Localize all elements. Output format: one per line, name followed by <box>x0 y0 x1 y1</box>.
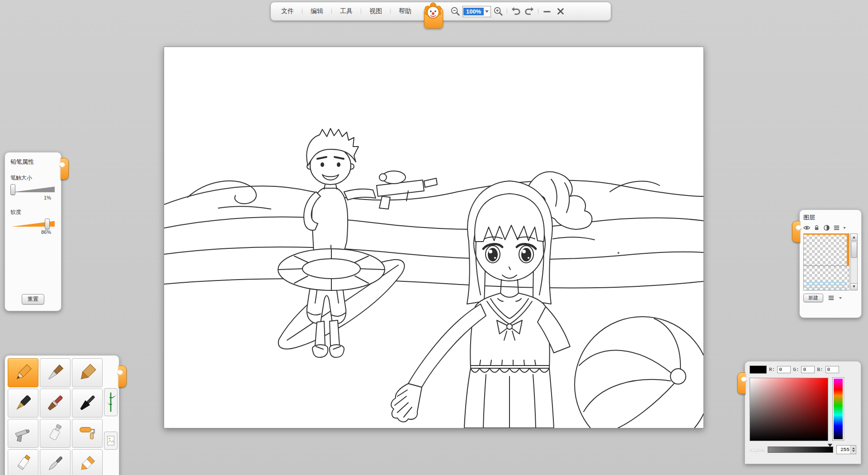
list-menu-icon[interactable] <box>828 294 835 301</box>
tool-paint-roller[interactable] <box>72 419 103 448</box>
list-menu-dropdown-arrow[interactable] <box>839 297 842 300</box>
zoom-out-button[interactable] <box>449 5 462 18</box>
beach-ball <box>575 317 703 428</box>
drawing-canvas[interactable] <box>164 47 704 428</box>
scroll-down-button[interactable] <box>850 283 858 290</box>
brush-size-track <box>11 186 55 192</box>
layer-scrollbar[interactable] <box>850 233 858 290</box>
crayon-icon <box>77 453 98 474</box>
toolbar-separator <box>302 6 302 16</box>
redo-icon <box>524 6 535 17</box>
layers-panel-title: 图层 <box>803 214 858 222</box>
green-input[interactable] <box>801 366 815 373</box>
redo-button[interactable] <box>523 5 536 18</box>
layer-menu-dropdown-arrow[interactable] <box>843 227 846 230</box>
zoom-dropdown-arrow[interactable] <box>484 9 490 14</box>
layer-thumbnail-strokes <box>806 282 846 289</box>
ink-bottle-icon <box>45 423 66 444</box>
menu-help[interactable]: 帮助 <box>393 5 417 18</box>
menu-file[interactable]: 文件 <box>275 5 300 18</box>
fountain-pen-icon <box>13 393 33 413</box>
layers-panel-tab[interactable] <box>792 221 800 242</box>
undo-icon <box>510 6 521 17</box>
brush-size-value: 1% <box>10 195 56 200</box>
current-color-swatch[interactable] <box>750 366 767 374</box>
zoom-level-value: 100% <box>463 8 484 15</box>
tool-pencil[interactable] <box>8 358 38 387</box>
tool-palette-tab[interactable] <box>118 366 127 387</box>
tool-palette-knife[interactable] <box>40 449 71 475</box>
tool-ink-bottle[interactable] <box>40 419 71 448</box>
waves <box>164 180 703 288</box>
swim-ring <box>278 249 385 290</box>
tool-paint-tube[interactable] <box>8 449 38 475</box>
menu-view[interactable]: 视图 <box>363 5 388 18</box>
red-label: R: <box>769 367 775 372</box>
main-toolbar: 文件 编辑 工具 视图 帮助 100% <box>270 2 611 21</box>
scroll-track[interactable] <box>850 241 858 283</box>
zoom-in-button[interactable] <box>492 5 505 18</box>
alpha-value-input[interactable] <box>837 446 850 453</box>
menu-tools[interactable]: 工具 <box>334 5 359 18</box>
tool-palette-panel <box>5 355 119 475</box>
close-button[interactable] <box>554 5 567 18</box>
minimize-icon <box>542 6 552 16</box>
alpha-slider[interactable] <box>768 446 833 453</box>
brush-size-thumb[interactable] <box>10 184 15 195</box>
canvas-artwork <box>164 47 703 428</box>
layer-list <box>803 233 858 290</box>
softness-thumb[interactable] <box>45 218 50 229</box>
layer-item-1[interactable] <box>804 234 849 266</box>
app-logo-tab[interactable] <box>422 2 444 28</box>
blue-input[interactable] <box>826 366 839 373</box>
scroll-thumb[interactable] <box>851 242 857 258</box>
paint-roller-icon <box>77 423 98 444</box>
green-label: G: <box>793 367 799 372</box>
blend-icon[interactable] <box>823 224 830 231</box>
zoom-in-icon <box>493 6 504 17</box>
alpha-spinner[interactable] <box>850 446 856 454</box>
toolbar-separator <box>331 6 332 16</box>
tool-ink-brush[interactable] <box>72 389 103 418</box>
brush-size-label: 笔触大小 <box>10 174 56 182</box>
toolbar-separator <box>538 6 538 16</box>
clown-icon <box>424 2 442 21</box>
tool-category-bamboo[interactable] <box>104 388 118 416</box>
tool-fountain-pen[interactable] <box>8 389 38 418</box>
reset-button[interactable]: 重置 <box>22 294 44 304</box>
pencil-properties-panel: 铅笔属性 笔触大小 1% 软度 86% 重置 <box>5 152 61 311</box>
scroll-up-button[interactable] <box>850 233 858 241</box>
menu-edit[interactable]: 编辑 <box>305 5 329 18</box>
pencil-icon <box>13 362 33 383</box>
saturation-value-picker[interactable] <box>750 378 828 441</box>
new-layer-button[interactable]: 新建 <box>803 294 823 302</box>
softness-value: 86% <box>10 229 56 235</box>
eye-icon[interactable] <box>803 224 810 231</box>
layer-menu-icon[interactable] <box>833 224 840 231</box>
tool-chisel[interactable] <box>40 358 71 387</box>
hue-slider[interactable] <box>833 378 844 440</box>
softness-slider[interactable] <box>10 219 56 228</box>
undo-button[interactable] <box>509 5 522 18</box>
toolbar-separator <box>361 6 361 16</box>
tool-marker[interactable] <box>72 358 103 387</box>
pencil-panel-tab[interactable] <box>61 158 69 180</box>
chisel-icon <box>45 362 66 383</box>
tool-crayon[interactable] <box>72 449 103 475</box>
layer-item-2[interactable] <box>804 266 849 290</box>
minimize-button[interactable] <box>541 5 553 18</box>
ink-brush-icon <box>77 393 98 413</box>
tool-category-scroll[interactable] <box>104 432 118 450</box>
layers-panel: 图层 <box>799 209 862 318</box>
zoom-level-field[interactable]: 100% <box>462 6 491 17</box>
close-icon <box>556 6 566 16</box>
brush-size-slider[interactable] <box>10 185 56 194</box>
red-input[interactable] <box>777 366 791 373</box>
palette-knife-icon <box>45 453 66 474</box>
lock-icon[interactable] <box>813 224 820 231</box>
color-panel-tab[interactable] <box>737 372 745 394</box>
pencil-panel-title: 铅笔属性 <box>10 158 56 166</box>
tool-paint-brush[interactable] <box>40 389 71 418</box>
girl-figure <box>391 172 592 428</box>
tool-airbrush[interactable] <box>8 419 38 448</box>
